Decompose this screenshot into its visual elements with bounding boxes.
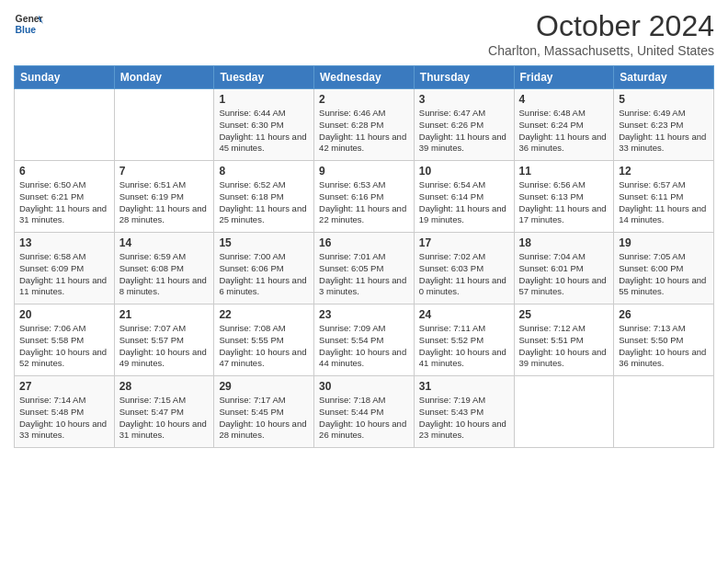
cell-info: Sunrise: 6:48 AMSunset: 6:24 PMDaylight:… xyxy=(519,108,607,153)
day-number: 5 xyxy=(619,93,709,106)
day-number: 21 xyxy=(119,308,210,321)
calendar-cell: 19 Sunrise: 7:05 AMSunset: 6:00 PMDaylig… xyxy=(614,233,714,304)
day-number: 20 xyxy=(19,308,109,321)
cell-info: Sunrise: 6:51 AMSunset: 6:19 PMDaylight:… xyxy=(119,179,207,224)
col-sunday: Sunday xyxy=(15,66,115,89)
calendar-cell: 2 Sunrise: 6:46 AMSunset: 6:28 PMDayligh… xyxy=(314,89,415,161)
cell-info: Sunrise: 6:49 AMSunset: 6:23 PMDaylight:… xyxy=(619,108,706,153)
day-number: 6 xyxy=(19,165,109,178)
svg-text:Blue: Blue xyxy=(16,25,37,35)
calendar-table: Sunday Monday Tuesday Wednesday Thursday… xyxy=(14,65,714,448)
day-number: 12 xyxy=(619,165,709,178)
cell-info: Sunrise: 7:11 AMSunset: 5:52 PMDaylight:… xyxy=(419,323,506,368)
col-monday: Monday xyxy=(114,66,214,89)
cell-info: Sunrise: 7:17 AMSunset: 5:45 PMDaylight:… xyxy=(219,395,306,440)
calendar-cell: 3 Sunrise: 6:47 AMSunset: 6:26 PMDayligh… xyxy=(414,89,514,161)
cell-info: Sunrise: 6:46 AMSunset: 6:28 PMDaylight:… xyxy=(319,108,406,153)
cell-info: Sunrise: 6:50 AMSunset: 6:21 PMDaylight:… xyxy=(19,179,107,224)
day-number: 28 xyxy=(119,380,210,393)
day-number: 18 xyxy=(519,236,609,249)
cell-info: Sunrise: 7:14 AMSunset: 5:48 PMDaylight:… xyxy=(19,395,107,440)
title-block: October 2024 Charlton, Massachusetts, Un… xyxy=(488,9,714,58)
calendar-cell: 18 Sunrise: 7:04 AMSunset: 6:01 PMDaylig… xyxy=(514,233,614,304)
calendar-cell: 28 Sunrise: 7:15 AMSunset: 5:47 PMDaylig… xyxy=(114,376,214,448)
day-number: 11 xyxy=(519,165,609,178)
cell-info: Sunrise: 7:06 AMSunset: 5:58 PMDaylight:… xyxy=(19,323,107,368)
cell-info: Sunrise: 6:59 AMSunset: 6:08 PMDaylight:… xyxy=(119,251,207,296)
calendar-week-1: 1 Sunrise: 6:44 AMSunset: 6:30 PMDayligh… xyxy=(15,89,714,161)
cell-info: Sunrise: 7:02 AMSunset: 6:03 PMDaylight:… xyxy=(419,251,506,296)
calendar-cell: 20 Sunrise: 7:06 AMSunset: 5:58 PMDaylig… xyxy=(15,304,115,376)
day-number: 25 xyxy=(519,308,609,321)
logo-icon: General Blue xyxy=(14,9,43,39)
day-number: 31 xyxy=(419,380,509,393)
cell-info: Sunrise: 7:13 AMSunset: 5:50 PMDaylight:… xyxy=(619,323,706,368)
calendar-cell: 14 Sunrise: 6:59 AMSunset: 6:08 PMDaylig… xyxy=(114,233,214,304)
cell-info: Sunrise: 7:01 AMSunset: 6:05 PMDaylight:… xyxy=(319,251,406,296)
cell-info: Sunrise: 6:44 AMSunset: 6:30 PMDaylight:… xyxy=(219,108,306,153)
page: General Blue October 2024 Charlton, Mass… xyxy=(0,0,728,563)
day-number: 26 xyxy=(619,308,709,321)
day-number: 1 xyxy=(219,93,309,106)
calendar-cell xyxy=(114,89,214,161)
calendar-cell: 9 Sunrise: 6:53 AMSunset: 6:16 PMDayligh… xyxy=(314,161,415,233)
cell-info: Sunrise: 7:05 AMSunset: 6:00 PMDaylight:… xyxy=(619,251,706,296)
cell-info: Sunrise: 6:53 AMSunset: 6:16 PMDaylight:… xyxy=(319,179,406,224)
calendar-cell: 31 Sunrise: 7:19 AMSunset: 5:43 PMDaylig… xyxy=(414,376,514,448)
calendar-cell: 13 Sunrise: 6:58 AMSunset: 6:09 PMDaylig… xyxy=(15,233,115,304)
calendar-week-2: 6 Sunrise: 6:50 AMSunset: 6:21 PMDayligh… xyxy=(15,161,714,233)
day-number: 4 xyxy=(519,93,609,106)
calendar-week-4: 20 Sunrise: 7:06 AMSunset: 5:58 PMDaylig… xyxy=(15,304,714,376)
cell-info: Sunrise: 7:04 AMSunset: 6:01 PMDaylight:… xyxy=(519,251,607,296)
cell-info: Sunrise: 7:08 AMSunset: 5:55 PMDaylight:… xyxy=(219,323,306,368)
calendar-cell xyxy=(614,376,714,448)
calendar-cell: 24 Sunrise: 7:11 AMSunset: 5:52 PMDaylig… xyxy=(414,304,514,376)
cell-info: Sunrise: 6:58 AMSunset: 6:09 PMDaylight:… xyxy=(19,251,107,296)
location-subtitle: Charlton, Massachusetts, United States xyxy=(488,43,714,58)
day-number: 30 xyxy=(319,380,409,393)
day-number: 13 xyxy=(19,236,109,249)
day-number: 24 xyxy=(419,308,509,321)
day-number: 3 xyxy=(419,93,509,106)
day-number: 23 xyxy=(319,308,409,321)
calendar-cell: 30 Sunrise: 7:18 AMSunset: 5:44 PMDaylig… xyxy=(314,376,415,448)
day-number: 27 xyxy=(19,380,109,393)
cell-info: Sunrise: 7:15 AMSunset: 5:47 PMDaylight:… xyxy=(119,395,207,440)
col-tuesday: Tuesday xyxy=(214,66,314,89)
calendar-cell: 1 Sunrise: 6:44 AMSunset: 6:30 PMDayligh… xyxy=(214,89,314,161)
calendar-cell xyxy=(15,89,115,161)
col-thursday: Thursday xyxy=(414,66,514,89)
calendar-cell: 27 Sunrise: 7:14 AMSunset: 5:48 PMDaylig… xyxy=(15,376,115,448)
day-number: 2 xyxy=(319,93,409,106)
calendar-week-5: 27 Sunrise: 7:14 AMSunset: 5:48 PMDaylig… xyxy=(15,376,714,448)
cell-info: Sunrise: 6:57 AMSunset: 6:11 PMDaylight:… xyxy=(619,179,706,224)
day-number: 14 xyxy=(119,236,210,249)
cell-info: Sunrise: 7:12 AMSunset: 5:51 PMDaylight:… xyxy=(519,323,607,368)
cell-info: Sunrise: 7:19 AMSunset: 5:43 PMDaylight:… xyxy=(419,395,506,440)
calendar-cell: 21 Sunrise: 7:07 AMSunset: 5:57 PMDaylig… xyxy=(114,304,214,376)
logo: General Blue xyxy=(14,9,43,39)
month-title: October 2024 xyxy=(488,9,714,43)
col-wednesday: Wednesday xyxy=(314,66,415,89)
cell-info: Sunrise: 6:52 AMSunset: 6:18 PMDaylight:… xyxy=(219,179,306,224)
calendar-cell: 15 Sunrise: 7:00 AMSunset: 6:06 PMDaylig… xyxy=(214,233,314,304)
cell-info: Sunrise: 6:47 AMSunset: 6:26 PMDaylight:… xyxy=(419,108,506,153)
cell-info: Sunrise: 6:54 AMSunset: 6:14 PMDaylight:… xyxy=(419,179,506,224)
calendar-cell: 10 Sunrise: 6:54 AMSunset: 6:14 PMDaylig… xyxy=(414,161,514,233)
calendar-cell: 11 Sunrise: 6:56 AMSunset: 6:13 PMDaylig… xyxy=(514,161,614,233)
day-number: 29 xyxy=(219,380,309,393)
calendar-cell: 17 Sunrise: 7:02 AMSunset: 6:03 PMDaylig… xyxy=(414,233,514,304)
header-row: Sunday Monday Tuesday Wednesday Thursday… xyxy=(15,66,714,89)
calendar-cell: 7 Sunrise: 6:51 AMSunset: 6:19 PMDayligh… xyxy=(114,161,214,233)
day-number: 19 xyxy=(619,236,709,249)
calendar-cell: 6 Sunrise: 6:50 AMSunset: 6:21 PMDayligh… xyxy=(15,161,115,233)
day-number: 10 xyxy=(419,165,509,178)
calendar-week-3: 13 Sunrise: 6:58 AMSunset: 6:09 PMDaylig… xyxy=(15,233,714,304)
calendar-cell xyxy=(514,376,614,448)
calendar-cell: 4 Sunrise: 6:48 AMSunset: 6:24 PMDayligh… xyxy=(514,89,614,161)
calendar-cell: 12 Sunrise: 6:57 AMSunset: 6:11 PMDaylig… xyxy=(614,161,714,233)
calendar-cell: 5 Sunrise: 6:49 AMSunset: 6:23 PMDayligh… xyxy=(614,89,714,161)
calendar-cell: 26 Sunrise: 7:13 AMSunset: 5:50 PMDaylig… xyxy=(614,304,714,376)
col-saturday: Saturday xyxy=(614,66,714,89)
day-number: 8 xyxy=(219,165,309,178)
